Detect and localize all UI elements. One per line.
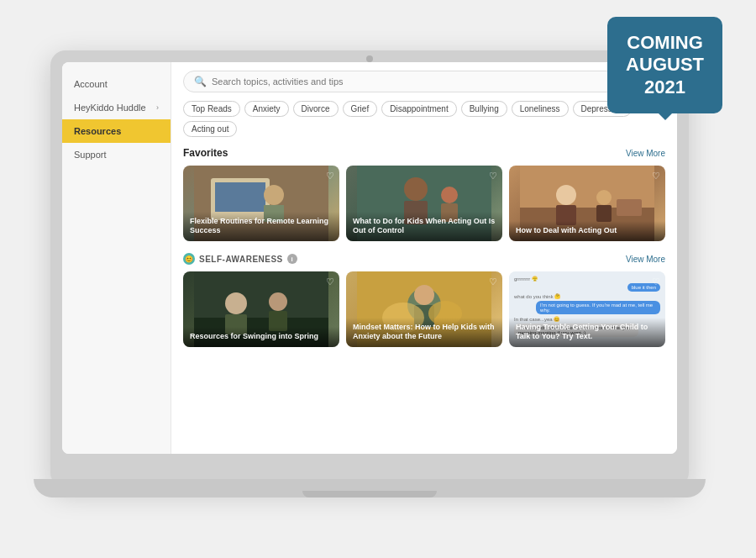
main-content: 🔍 Top Reads Anxiety Divorce Grief Disapp… bbox=[171, 62, 677, 454]
card-overlay-5: Mindset Matters: How to Help Kids with A… bbox=[346, 318, 502, 347]
self-awareness-view-more[interactable]: View More bbox=[626, 255, 665, 264]
tag-anxiety[interactable]: Anxiety bbox=[244, 101, 289, 117]
svg-point-3 bbox=[264, 185, 284, 205]
self-awareness-cards-grid: Resources for Swinging into Spring ♡ bbox=[183, 271, 665, 347]
tag-top-reads[interactable]: Top Reads bbox=[183, 101, 240, 117]
favorites-cards-grid: Flexible Routines for Remote Learning Su… bbox=[183, 166, 665, 241]
self-awareness-icon: 😊 bbox=[183, 253, 195, 265]
self-awareness-title-group: 😊 SELF-AWARENESS i bbox=[183, 253, 297, 265]
self-awareness-section-header: 😊 SELF-AWARENESS i View More bbox=[183, 253, 665, 265]
svg-point-8 bbox=[441, 187, 458, 203]
card-text[interactable]: grrrrrrrr 😤 blue it then what do you thi… bbox=[509, 271, 665, 347]
card-title-4: Resources for Swinging into Spring bbox=[190, 332, 333, 342]
card-overlay-4: Resources for Swinging into Spring bbox=[183, 327, 339, 347]
card-overlay-3: How to Deal with Acting Out bbox=[509, 221, 665, 241]
svg-rect-16 bbox=[617, 199, 642, 216]
coming-soon-badge: COMING AUGUST 2021 bbox=[607, 17, 722, 113]
card-title-1: Flexible Routines for Remote Learning Su… bbox=[190, 217, 333, 236]
tag-bullying[interactable]: Bullying bbox=[461, 101, 507, 117]
card-title-6: Having Trouble Getting Your Child to Tal… bbox=[516, 323, 659, 342]
tag-loneliness[interactable]: Loneliness bbox=[512, 101, 569, 117]
heart-icon-2[interactable]: ♡ bbox=[489, 171, 497, 182]
card-overlay-2: What to Do for Kids When Acting Out Is O… bbox=[346, 212, 502, 241]
tag-divorce[interactable]: Divorce bbox=[293, 101, 339, 117]
card-title-5: Mindset Matters: How to Help Kids with A… bbox=[353, 323, 496, 342]
favorites-section-header: Favorites View More bbox=[183, 147, 665, 159]
card-spring[interactable]: Resources for Swinging into Spring ♡ bbox=[183, 271, 339, 347]
heart-icon-1[interactable]: ♡ bbox=[326, 171, 334, 182]
svg-point-19 bbox=[225, 292, 247, 314]
sidebar-item-resources[interactable]: Resources bbox=[62, 119, 171, 143]
search-bar[interactable]: 🔍 bbox=[183, 71, 665, 92]
tag-grief[interactable]: Grief bbox=[343, 101, 378, 117]
card-acting-out[interactable]: What to Do for Kids When Acting Out Is O… bbox=[346, 166, 502, 241]
search-icon: 🔍 bbox=[194, 76, 207, 87]
heart-icon-3[interactable]: ♡ bbox=[652, 171, 660, 182]
sidebar-item-account[interactable]: Account bbox=[62, 72, 171, 96]
sidebar: Account HeyKiddo Huddle › Resources Supp… bbox=[62, 62, 171, 454]
tag-disappointment[interactable]: Disappointment bbox=[381, 101, 456, 117]
card-overlay-1: Flexible Routines for Remote Learning Su… bbox=[183, 212, 339, 241]
sidebar-item-heykiddo[interactable]: HeyKiddo Huddle › bbox=[62, 96, 171, 119]
tags-row: Top Reads Anxiety Divorce Grief Disappoi… bbox=[183, 101, 665, 137]
laptop-base bbox=[34, 479, 706, 497]
svg-point-14 bbox=[596, 190, 612, 205]
card-mindset[interactable]: Mindset Matters: How to Help Kids with A… bbox=[346, 271, 502, 347]
card-overlay-6: Having Trouble Getting Your Child to Tal… bbox=[509, 318, 665, 347]
info-icon[interactable]: i bbox=[287, 254, 297, 264]
favorites-view-more[interactable]: View More bbox=[626, 149, 665, 158]
svg-point-21 bbox=[269, 292, 287, 311]
sidebar-item-support[interactable]: Support bbox=[62, 143, 171, 166]
card-remote-learning[interactable]: Flexible Routines for Remote Learning Su… bbox=[183, 166, 339, 241]
laptop-camera bbox=[366, 55, 373, 62]
laptop-frame: Account HeyKiddo Huddle › Resources Supp… bbox=[50, 50, 689, 487]
svg-point-12 bbox=[556, 185, 576, 205]
chevron-right-icon: › bbox=[156, 103, 159, 112]
card-title-2: What to Do for Kids When Acting Out Is O… bbox=[353, 217, 496, 236]
heart-icon-5[interactable]: ♡ bbox=[489, 276, 497, 287]
tag-acting-out[interactable]: Acting out bbox=[183, 121, 237, 137]
svg-point-6 bbox=[404, 177, 428, 201]
self-awareness-label: SELF-AWARENESS bbox=[199, 255, 283, 264]
heart-icon-4[interactable]: ♡ bbox=[326, 276, 334, 287]
svg-rect-15 bbox=[596, 205, 612, 222]
card-deal-acting-out[interactable]: How to Deal with Acting Out ♡ bbox=[509, 166, 665, 241]
favorites-title: Favorites bbox=[183, 147, 228, 159]
search-input[interactable] bbox=[212, 76, 654, 87]
laptop-screen: Account HeyKiddo Huddle › Resources Supp… bbox=[62, 62, 677, 454]
card-title-3: How to Deal with Acting Out bbox=[516, 226, 659, 236]
heart-icon-6[interactable]: ♡ bbox=[652, 276, 660, 287]
svg-point-25 bbox=[414, 285, 434, 305]
svg-rect-2 bbox=[215, 182, 265, 212]
